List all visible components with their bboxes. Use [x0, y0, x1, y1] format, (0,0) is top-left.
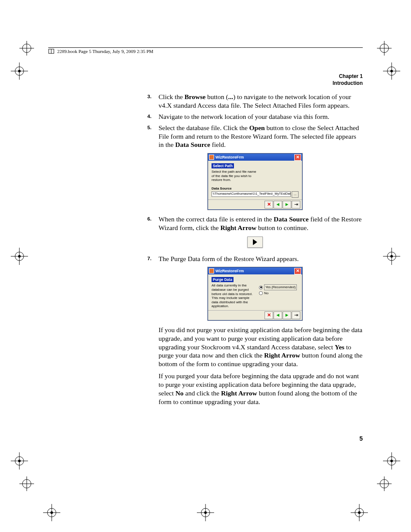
chapter-number: Chapter 1: [48, 73, 363, 80]
paragraph: If you did not purge your existing appli…: [159, 326, 363, 368]
right-arrow-icon: [247, 236, 263, 248]
figure-purge-data: WizRestoreFrm ✕ Purge Data All data curr…: [147, 267, 363, 320]
close-icon[interactable]: ✕: [294, 268, 301, 274]
radio-yes-label: Yes (Recommended): [264, 284, 297, 290]
figure-select-path: WizRestoreFrm ✕ Select Path Select the p…: [147, 153, 363, 210]
radio-icon: [259, 291, 263, 295]
book-icon: [48, 49, 54, 55]
back-button[interactable]: ◄: [274, 201, 282, 208]
step-number: 6.: [147, 216, 152, 222]
registration-mark-icon: [381, 60, 402, 82]
registration-mark-icon: [9, 450, 30, 472]
dialog-heading: Purge Data: [212, 277, 234, 282]
crop-mark-icon: [377, 41, 392, 56]
dialog-wizrestore-purge-data: WizRestoreFrm ✕ Purge Data All data curr…: [208, 267, 302, 320]
dialog-footer: ✕ ◄ ► ⇥: [208, 199, 302, 209]
radio-yes-row[interactable]: Yes (Recommended): [259, 284, 299, 290]
step-text: Select the database file. Click the Open…: [159, 124, 359, 149]
cancel-button[interactable]: ✕: [265, 311, 273, 319]
registration-mark-icon: [381, 450, 402, 472]
step-number: 5.: [147, 124, 152, 131]
step-7: 7. The Purge Data form of the Restore Wi…: [147, 255, 363, 263]
crop-mark-icon: [19, 476, 34, 491]
app-icon: [209, 268, 214, 274]
step-text: Click the Browse button (...) to navigat…: [159, 93, 351, 109]
frame-header-text: 2289.book Page 5 Thursday, July 9, 2009 …: [57, 49, 153, 54]
registration-mark-icon: [195, 502, 216, 523]
page-content: Chapter 1 Introduction 3. Click the Brow…: [48, 73, 363, 409]
step-text: The Purge Data form of the Restore Wizar…: [159, 255, 299, 262]
dialog-wizrestore-select-path: WizRestoreFrm ✕ Select Path Select the p…: [208, 153, 302, 210]
browse-button[interactable]: ...: [292, 191, 299, 198]
chapter-title: Introduction: [48, 80, 363, 87]
finish-button[interactable]: ⇥: [292, 311, 300, 319]
step-5: 5. Select the database file. Click the O…: [147, 124, 363, 149]
frame-header: 2289.book Page 5 Thursday, July 9, 2009 …: [48, 47, 363, 55]
data-source-label: Data Source: [212, 187, 299, 190]
registration-mark-icon: [9, 246, 30, 267]
next-button[interactable]: ►: [283, 201, 291, 208]
data-source-input[interactable]: \\Thomasnw\Conthomasnw\1\1_TestFiles\_My…: [212, 191, 291, 197]
step-6: 6. When the correct data file is entered…: [147, 215, 363, 232]
dialog-title: WizRestoreFrm: [215, 155, 244, 159]
app-icon: [209, 155, 214, 160]
crop-mark-icon: [377, 476, 392, 491]
step-4: 4. Navigate to the network location of y…: [147, 112, 363, 121]
crop-mark-icon: [19, 41, 34, 56]
cancel-button[interactable]: ✕: [265, 201, 273, 208]
dialog-titlebar: WizRestoreFrm ✕: [208, 268, 302, 274]
radio-no-row[interactable]: No: [259, 291, 299, 295]
registration-mark-icon: [41, 502, 62, 523]
next-button[interactable]: ►: [283, 311, 291, 319]
registration-mark-icon: [381, 246, 402, 267]
step-text: When the correct data file is entered in…: [159, 215, 361, 231]
page-number: 5: [359, 435, 363, 442]
dialog-title: WizRestoreFrm: [215, 269, 244, 273]
step-number: 4.: [147, 113, 152, 120]
paragraph: If you purged your data before beginning…: [159, 372, 363, 406]
finish-button[interactable]: ⇥: [292, 201, 300, 208]
back-button[interactable]: ◄: [274, 311, 282, 319]
radio-no-label: No: [264, 291, 268, 295]
step-3: 3. Click the Browse button (...) to navi…: [147, 93, 363, 110]
dialog-footer: ✕ ◄ ► ⇥: [208, 310, 302, 320]
dialog-heading: Select Path: [212, 163, 234, 168]
close-icon[interactable]: ✕: [294, 154, 301, 161]
figure-right-arrow-button: [147, 236, 363, 249]
step-text: Navigate to the network location of your…: [159, 113, 329, 120]
radio-icon: [259, 286, 263, 289]
registration-mark-icon: [349, 502, 370, 523]
dialog-body-text: Select the path and file name of the dat…: [212, 170, 259, 182]
step-number: 3.: [147, 93, 152, 100]
dialog-body-text: All data currently in the database can b…: [212, 283, 256, 308]
registration-mark-icon: [9, 60, 30, 82]
dialog-titlebar: WizRestoreFrm ✕: [208, 154, 302, 161]
chapter-header: Chapter 1 Introduction: [48, 73, 363, 87]
step-number: 7.: [147, 255, 152, 262]
